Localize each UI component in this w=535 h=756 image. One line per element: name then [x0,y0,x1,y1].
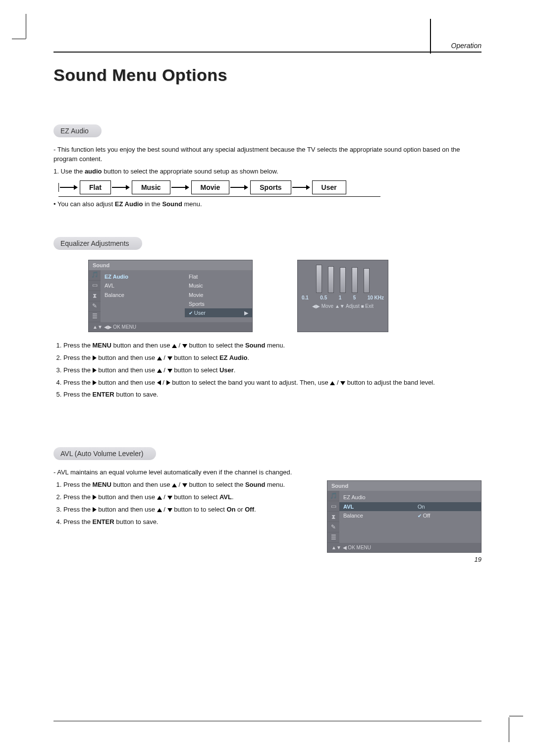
eq-bar [316,265,322,293]
down-icon [167,356,172,360]
osd-title: Sound [327,481,481,491]
arrow-icon [230,184,249,191]
osd-opt-user: User▶ [185,308,252,317]
up-icon [172,483,177,487]
mode-flat: Flat [80,180,111,194]
section-avl: AVL (Auto Volume Leveler) [54,447,156,460]
mode-music: Music [132,180,170,194]
down-icon [340,381,345,385]
osd-avl-menu: Sound 🎵 ▭ ⧗ ✎ ☰ EZ Audio AVL Balance [327,480,482,553]
special-icon: ☰ [327,532,339,543]
osd-opt-sports: Sports [189,299,248,308]
avl-desc: - AVL maintains an equal volume level au… [54,468,482,477]
eq-step-5: Press the ENTER button to save. [63,390,482,400]
eq-bars [301,263,385,293]
picture-icon: ▭ [327,501,339,512]
osd-item-avl: AVL [339,502,414,511]
down-icon [182,483,187,487]
arrow-icon [60,184,79,191]
setup-icon: ✎ [327,522,339,532]
osd-icon-rail: 🎵 ▭ ⧗ ✎ ☰ [89,270,101,322]
section-header: Operation [54,42,482,50]
right-icon [93,507,97,512]
eq-footer: ◀▶ Move ▲▼ Adjust ■ Exit [301,303,385,309]
mode-user: User [312,180,346,194]
osd-opt-music: Music [189,281,248,290]
right-icon [93,368,97,373]
osd-opt-off: Off [418,511,477,520]
right-icon [166,380,170,385]
right-icon [93,380,97,385]
section-ez-audio: EZ Audio [54,124,102,137]
osd-item-ezaudio: EZ Audio [105,272,181,281]
eq-step-4: Press the button and then use / button t… [63,378,482,388]
down-icon [167,508,172,512]
ez-audio-step1: 1. Use the audio button to select the ap… [54,167,482,176]
up-icon [157,508,162,512]
sound-icon: 🎵 [327,491,339,501]
up-icon [157,369,162,373]
osd-opt-on: On [414,502,481,511]
up-icon [157,356,162,360]
eq-bar [352,267,358,293]
mode-sports: Sports [250,180,291,194]
osd-item-avl: AVL [105,281,181,290]
up-icon [330,381,335,385]
osd-footer: ▲▼ ◀ OK MENU [327,543,481,552]
osd-sound-menu: Sound 🎵 ▭ ⧗ ✎ ☰ EZ Audio AVL Balance [88,260,253,332]
special-icon: ☰ [89,312,101,322]
up-icon [157,496,162,500]
page-number: 19 [54,556,482,563]
arrow-icon [112,184,131,191]
setup-icon: ✎ [89,301,101,312]
osd-equalizer: 0.1 0.5 1 5 10 KHz ◀▶ Move ▲▼ Adjust ■ E… [297,260,388,332]
osd-opt-flat: Flat [189,272,248,281]
arrow-icon [292,184,311,191]
osd-item-balance: Balance [105,291,181,299]
osd-item-balance: Balance [343,511,410,520]
equalizer-steps: Press the MENU button and then use / but… [54,341,482,400]
left-icon [157,380,161,385]
eq-labels: 0.1 0.5 1 5 10 KHz [301,295,385,300]
time-icon: ⧗ [89,291,101,301]
eq-step-3: Press the button and then use / button t… [63,366,482,375]
down-icon [182,344,187,348]
eq-bar [328,266,334,293]
right-icon [93,495,97,500]
osd-opt-movie: Movie [189,291,248,299]
chevron-right-icon: ▶ [244,309,248,316]
eq-bar [364,268,370,293]
mode-movie: Movie [191,180,230,194]
up-icon [172,344,177,348]
time-icon: ⧗ [327,512,339,522]
arrow-icon [171,184,190,191]
ez-audio-note: • You can also adjust EZ Audio in the So… [54,200,482,209]
osd-title: Sound [89,260,252,270]
page-title: Sound Menu Options [54,65,482,85]
mode-flow: Flat Music Movie Sports User [56,180,482,194]
eq-step-1: Press the MENU button and then use / but… [63,341,482,350]
osd-icon-rail: 🎵 ▭ ⧗ ✎ ☰ [327,491,339,543]
right-icon [93,355,97,360]
osd-item-ezaudio: EZ Audio [343,493,410,502]
ez-audio-desc: - This function lets you enjoy the best … [54,145,482,164]
down-icon [167,369,172,373]
section-equalizer: Equalizer Adjustments [54,237,142,250]
eq-step-2: Press the button and then use / button t… [63,353,482,363]
eq-bar [340,267,346,293]
picture-icon: ▭ [89,281,101,291]
sound-icon: 🎵 [89,270,101,281]
osd-footer: ▲▼ ◀▶ OK MENU [89,322,252,332]
down-icon [167,496,172,500]
